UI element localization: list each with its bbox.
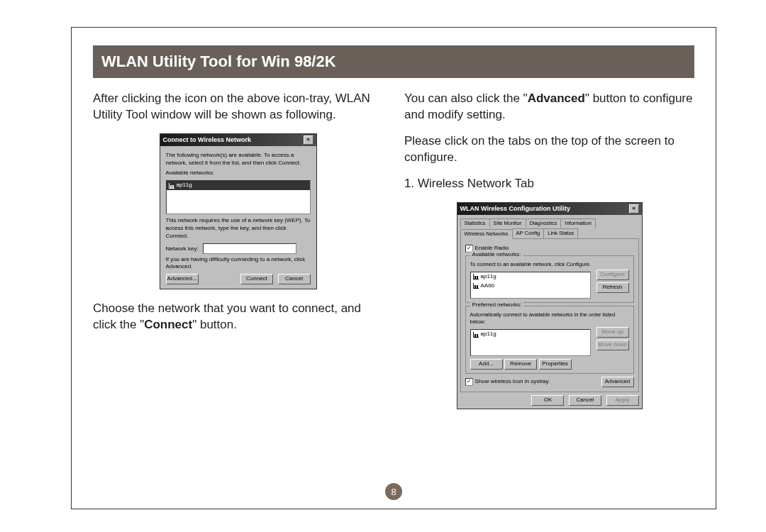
network-item-selected[interactable]: ap11g xyxy=(167,181,310,190)
available-networks-group: Available networks: To connect to an ava… xyxy=(465,255,634,303)
signal-icon xyxy=(473,274,479,279)
two-column-layout: After clicking the icon on the above ico… xyxy=(93,91,694,421)
tab-information[interactable]: Information xyxy=(560,218,596,228)
signal-icon xyxy=(169,183,174,189)
advanced-button[interactable]: Advanced... xyxy=(166,274,199,284)
preferred-networks-group: Preferred networks: Automatically connec… xyxy=(465,306,634,374)
add-button[interactable]: Add... xyxy=(470,359,503,370)
cancel-button[interactable]: Cancel xyxy=(278,274,311,284)
right-paragraph-1: You can also click the "Advanced" button… xyxy=(404,91,694,123)
move-up-button[interactable]: Move up xyxy=(596,327,629,338)
available-hint: To connect to an available network, clic… xyxy=(470,261,629,268)
properties-button[interactable]: Properties xyxy=(539,359,572,370)
dialog-hint-2: This network requires the use of a netwo… xyxy=(166,217,311,240)
right-paragraph-2: Please click on the tabs on the top of t… xyxy=(404,133,694,166)
screenshot-connect-dialog: Connect to Wireless Network × The follow… xyxy=(160,133,317,289)
tab-wireless-networks[interactable]: Wireless Networks xyxy=(460,229,513,239)
ok-button[interactable]: OK xyxy=(531,395,564,406)
show-systray-label: Show wireless icon in systray. xyxy=(475,378,550,386)
close-icon[interactable]: × xyxy=(304,135,313,145)
right-heading-1: 1. Wireless Network Tab xyxy=(404,176,694,192)
network-name: ap11g xyxy=(177,182,192,189)
tab-site-monitor[interactable]: Site Monitor xyxy=(489,218,526,228)
preferred-list[interactable]: ap11g xyxy=(470,329,591,356)
dialog-body: The following network(s) are available. … xyxy=(160,146,316,289)
utility-titlebar: WLAN Wireless Configuration Utility × xyxy=(457,203,642,215)
p2-bold: Connect xyxy=(144,318,192,331)
close-icon[interactable]: × xyxy=(629,204,639,214)
list-item[interactable]: ap11g xyxy=(471,330,590,339)
tab-bar: Statistics Site Monitor Diagnostics Info… xyxy=(460,218,639,238)
network-key-label: Network key: xyxy=(166,245,199,252)
available-networks-label: Available networks: xyxy=(166,170,311,177)
left-paragraph-2: Choose the network that you want to conn… xyxy=(93,301,383,333)
available-list[interactable]: ap11g AA60 xyxy=(470,272,591,299)
signal-icon xyxy=(473,332,479,338)
utility-title-text: WLAN Wireless Configuration Utility xyxy=(460,204,570,213)
available-networks-list[interactable]: ap11g xyxy=(166,180,311,214)
tab-ap-config[interactable]: AP Config xyxy=(512,228,545,238)
tab-panel: ✓ Enable Radio Available networks: To co… xyxy=(460,238,639,392)
screenshot-config-utility: WLAN Wireless Configuration Utility × St… xyxy=(457,202,643,409)
apply-button[interactable]: Apply xyxy=(606,395,639,406)
dialog-titlebar: Connect to Wireless Network × xyxy=(160,134,316,146)
available-group-label: Available networks: xyxy=(470,251,523,259)
dialog-hint-3: If you are having difficulty connecting … xyxy=(166,256,311,272)
cancel-button[interactable]: Cancel xyxy=(569,395,601,406)
preferred-hint: Automatically connect to available netwo… xyxy=(470,311,629,326)
show-systray-checkbox[interactable]: ✓ Show wireless icon in systray. xyxy=(465,378,550,386)
network-name: ap11g xyxy=(481,331,496,338)
rp1-bold: Advanced xyxy=(528,92,585,105)
connect-button[interactable]: Connect xyxy=(240,274,273,284)
manual-page: WLAN Utility Tool for Win 98/2K After cl… xyxy=(71,27,716,509)
utility-body: Statistics Site Monitor Diagnostics Info… xyxy=(457,215,642,409)
advanced-button[interactable]: Advanced xyxy=(601,377,634,387)
dialog-hint-1: The following network(s) are available. … xyxy=(166,152,311,167)
network-name: ap11g xyxy=(481,273,496,281)
preferred-group-label: Preferred networks: xyxy=(470,301,524,309)
checkbox-icon: ✓ xyxy=(465,378,473,386)
page-number: 8 xyxy=(385,483,402,500)
dialog-bottom-buttons: OK Cancel Apply xyxy=(460,395,639,406)
move-down-button[interactable]: Move down xyxy=(596,340,629,350)
network-key-row: Network key: xyxy=(166,243,311,254)
p2-text-c: " button. xyxy=(192,318,237,331)
list-item[interactable]: ap11g xyxy=(471,272,590,282)
remove-button[interactable]: Remove xyxy=(504,359,537,370)
tab-statistics[interactable]: Statistics xyxy=(460,218,490,228)
signal-icon xyxy=(473,283,479,289)
left-paragraph-1: After clicking the icon on the above ico… xyxy=(93,91,383,123)
left-column: After clicking the icon on the above ico… xyxy=(93,91,383,421)
network-key-input[interactable] xyxy=(203,243,296,254)
configure-button[interactable]: Configure xyxy=(596,270,629,280)
refresh-button[interactable]: Refresh xyxy=(596,282,629,293)
rp1-a: You can also click the " xyxy=(404,92,528,105)
tab-diagnostics[interactable]: Diagnostics xyxy=(526,218,562,228)
dialog-title-text: Connect to Wireless Network xyxy=(163,135,251,144)
list-item[interactable]: AA60 xyxy=(471,282,590,291)
page-title: WLAN Utility Tool for Win 98/2K xyxy=(93,45,694,78)
right-column: You can also click the "Advanced" button… xyxy=(404,91,694,421)
tab-link-status[interactable]: Link Status xyxy=(543,228,578,238)
network-name: AA60 xyxy=(481,282,495,290)
